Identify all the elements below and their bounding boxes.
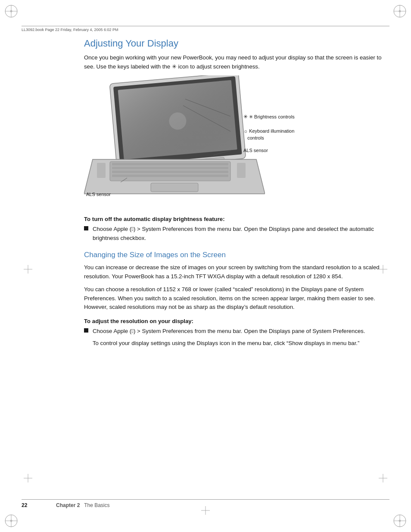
corner-mark-br <box>392 513 408 529</box>
section2-bold-label: To adjust the resolution on your display… <box>84 318 385 324</box>
section1-bold-label: To turn off the automatic display bright… <box>84 216 385 222</box>
page-number: 22 <box>22 502 56 508</box>
left-cross-1 <box>24 265 32 274</box>
svg-rect-36 <box>112 174 228 177</box>
laptop-illustration: ✳ ✳ Brightness controls ☼ Keyboard illum… <box>84 75 330 209</box>
bullet-icon <box>84 226 88 230</box>
corner-mark-tr <box>392 3 408 19</box>
svg-rect-33 <box>112 163 228 165</box>
main-content: Adjusting Your Display Once you begin wo… <box>84 38 385 493</box>
header-text: LL3092.book Page 22 Friday, February 4, … <box>22 28 118 32</box>
section2-body1: You can increase or decrease the size of… <box>84 263 385 281</box>
callout-keyboard: ☼ Keyboard illumination controls <box>243 128 295 141</box>
section2-body3: To control your display settings using t… <box>93 339 385 348</box>
svg-rect-37 <box>151 183 198 192</box>
corner-mark-tl <box>3 3 19 19</box>
page: LL3092.book Page 22 Friday, February 4, … <box>0 0 411 532</box>
section2-bullet-1: Choose Apple () > System Preferences fr… <box>84 327 385 336</box>
laptop-svg <box>84 75 265 200</box>
callout-als-right: ALS sensor <box>243 148 268 153</box>
footer-chapter-label: Chapter 2 The Basics <box>56 502 110 508</box>
section2-body2: You can choose a resolution of 1152 x 76… <box>84 285 385 311</box>
section1-bullet-1: Choose Apple () > System Preferences fr… <box>84 225 385 243</box>
callout-als-left: ALS sensor <box>86 192 111 197</box>
bullet-icon-2 <box>84 328 88 333</box>
section2-bullet-text: Choose Apple () > System Preferences fr… <box>93 327 365 336</box>
svg-rect-38 <box>97 163 106 178</box>
svg-rect-34 <box>112 167 228 169</box>
left-cross-2 <box>24 474 32 482</box>
chapter-name: The Basics <box>84 502 109 508</box>
section2-title: Changing the Size of Images on the Scree… <box>84 250 385 260</box>
section1-body1: Once you begin working with your new Pow… <box>84 53 385 71</box>
section2-indent-block: To control your display settings using t… <box>84 339 385 348</box>
callout-brightness: ✳ ✳ Brightness controls <box>243 113 295 121</box>
corner-mark-bl <box>3 513 19 529</box>
section1-bullet-text: Choose Apple () > System Preferences fr… <box>93 225 385 243</box>
header-bar: LL3092.book Page 22 Friday, February 4, … <box>22 26 389 32</box>
svg-rect-39 <box>237 163 246 178</box>
section1-title: Adjusting Your Display <box>84 38 385 49</box>
svg-rect-35 <box>112 171 228 173</box>
footer: 22 Chapter 2 The Basics <box>22 499 389 508</box>
